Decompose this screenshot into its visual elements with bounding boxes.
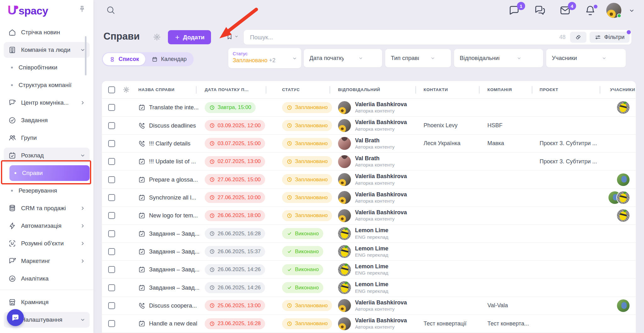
saved-filters-control[interactable] — [226, 33, 239, 40]
table-row[interactable]: Discuss coopera...25.06.2025, 13:00Запла… — [102, 297, 636, 315]
column-header[interactable]: УЧАСНИКИ — [610, 87, 635, 92]
row-checkbox[interactable] — [108, 212, 115, 219]
sidebar-item-smart-objects[interactable]: Розумні об'єкти — [4, 236, 90, 251]
activity-name-cell[interactable]: Завдання – Завд... — [123, 225, 196, 242]
pin-icon[interactable] — [78, 5, 86, 13]
sidebar-item-automation[interactable]: Автоматизація — [4, 218, 90, 234]
filter-dropdown-responsible[interactable]: Відповідальний — [454, 49, 543, 67]
bullet-icon — [11, 84, 13, 86]
row-checkbox[interactable] — [108, 176, 115, 183]
sidebar-item-communication-center[interactable]: Центр комуніка... — [4, 95, 90, 111]
status-cell: Заплановано — [266, 297, 330, 314]
row-checkbox[interactable] — [108, 104, 115, 111]
table-row[interactable]: Discuss deadlines03.09.2025, 12:00Заплан… — [102, 117, 636, 134]
filter-dropdown-event-start-date[interactable]: Дата початку події — [304, 49, 382, 67]
row-checkbox[interactable] — [108, 284, 115, 291]
status-filter-chip[interactable]: Статус Заплановано+2 — [228, 48, 301, 68]
activity-name-cell[interactable]: Translate the inte... — [123, 99, 196, 116]
row-checkbox[interactable] — [108, 266, 115, 273]
tab-calendar[interactable]: Календар — [145, 53, 193, 65]
sliders-icon — [595, 34, 601, 41]
activity-name-cell[interactable]: Prepare a glossa... — [123, 171, 196, 188]
table-row[interactable]: !!! Update list of ...02.07.2025, 13:00З… — [102, 153, 636, 171]
activity-name-cell[interactable]: Discuss deadlines — [123, 117, 196, 134]
sidebar-item-company-structure[interactable]: Структура компанії — [4, 77, 90, 93]
start-date-cell: 27.06.2025, 15:00 — [196, 171, 266, 188]
filter-dropdown-activity-type[interactable]: Тип справи — [385, 49, 451, 67]
sidebar-item-activities[interactable]: Справи — [9, 165, 90, 181]
table-row[interactable]: New logo for tem...26.06.2025, 18:00Запл… — [102, 207, 636, 225]
chevron-down-icon[interactable] — [628, 7, 635, 14]
sidebar-item-news-feed[interactable]: Стрічка новин — [4, 25, 90, 40]
filters-button[interactable]: Фільтри — [590, 32, 630, 43]
table-row[interactable]: Prepare a glossa...27.06.2025, 15:00Запл… — [102, 171, 636, 188]
sidebar-item-shop[interactable]: Крамниця — [4, 294, 90, 310]
table-row[interactable]: Handle a new deal23.06.2025, 16:28Заплан… — [102, 315, 636, 333]
table-row[interactable]: Завдання – Завд...26.06.2025, 14:26Викон… — [102, 261, 636, 279]
sidebar-item-analytics[interactable]: Аналітика — [4, 271, 90, 287]
row-checkbox[interactable] — [108, 320, 115, 327]
row-checkbox[interactable] — [108, 230, 115, 237]
row-checkbox[interactable] — [108, 194, 115, 201]
sidebar-item-schedule[interactable]: Розклад — [4, 148, 90, 163]
activity-name-cell[interactable]: !!! Update list of ... — [123, 153, 196, 170]
uspacy-logo[interactable]: U spacy — [8, 4, 48, 17]
sidebar-item-tasks[interactable]: Завдання — [4, 112, 90, 128]
responsible-role: Авторка контенту — [355, 180, 407, 186]
table-row[interactable]: Завдання – Завд...26.06.2025, 14:26Викон… — [102, 279, 636, 297]
activity-name-cell[interactable]: Discuss coopera... — [123, 297, 196, 314]
row-select-cell — [102, 279, 123, 296]
support-chat-fab[interactable] — [7, 309, 24, 326]
status-badge: Виконано — [282, 228, 323, 239]
column-header[interactable]: НАЗВА СПРАВИ — [138, 87, 175, 92]
table-row[interactable]: Translate the inte...Завтра, 15:00Заплан… — [102, 99, 636, 117]
responsible-cell: Valeriia BashkirovaАвторка контенту — [330, 207, 415, 224]
chevron-right-icon — [80, 223, 86, 229]
column-header[interactable]: ПРОЄКТ — [540, 87, 558, 92]
column-header[interactable]: ВІДПОВІДАЛЬНИЙ — [338, 87, 380, 92]
table-row[interactable]: Завдання – Завд...26.06.2025, 15:37Викон… — [102, 243, 636, 261]
row-checkbox[interactable] — [108, 158, 115, 165]
page-settings-gear-icon[interactable] — [153, 33, 161, 41]
sidebar-item-company-people[interactable]: Компанія та люди — [4, 42, 90, 58]
global-search-icon[interactable] — [106, 5, 116, 15]
columns-settings-gear-icon[interactable] — [123, 86, 130, 93]
activity-name-cell[interactable]: Завдання – Завд... — [123, 243, 196, 260]
sidebar-item-label: Розклад — [21, 152, 44, 159]
badge-label: 02.07.2025, 13:00 — [218, 158, 261, 165]
tab-list[interactable]: Список — [103, 53, 145, 65]
sidebar-item-reservations[interactable]: Резервування — [4, 183, 90, 199]
activity-name-cell[interactable]: Synchronize all l... — [123, 189, 196, 206]
chevron-down-icon — [292, 56, 297, 61]
column-header[interactable]: КОМПАНІЯ — [487, 87, 512, 92]
select-all-checkbox[interactable] — [108, 86, 115, 93]
row-checkbox[interactable] — [108, 140, 115, 147]
column-header[interactable]: ДАТА ПОЧАТКУ П... — [205, 87, 249, 92]
sidebar-item-marketing[interactable]: Маркетинг — [4, 253, 90, 269]
add-button[interactable]: Додати — [168, 30, 211, 44]
search-input[interactable] — [250, 34, 559, 41]
activity-name-cell[interactable]: Завдання – Завд... — [123, 279, 196, 296]
row-checkbox[interactable] — [108, 122, 115, 129]
row-checkbox[interactable] — [108, 302, 115, 309]
row-checkbox[interactable] — [108, 248, 115, 255]
table-row[interactable]: Завдання – Завд...26.06.2025, 16:28Викон… — [102, 225, 636, 243]
column-header[interactable]: СТАТУС — [282, 87, 300, 92]
messages-icon[interactable] — [534, 4, 546, 16]
sidebar-item-crm-sales[interactable]: CRM та продажі — [4, 200, 90, 216]
sidebar-item-groups[interactable]: Групи — [4, 130, 90, 146]
activity-name-cell[interactable]: Завдання – Завд... — [123, 261, 196, 278]
activity-name-cell[interactable]: New logo for tem... — [123, 207, 196, 224]
activity-name-cell[interactable]: Handle a new deal — [123, 315, 196, 332]
project-cell: Проєкт 3. Субтитри ... — [532, 135, 600, 152]
column-header[interactable]: КОНТАКТИ — [424, 87, 448, 92]
activity-name-cell[interactable]: !!! Clarify details — [123, 135, 196, 152]
sidebar-scrollbar[interactable] — [85, 36, 86, 75]
table-row[interactable]: !!! Clarify details03.07.2025, 15:00Запл… — [102, 135, 636, 153]
clear-search-button[interactable] — [570, 32, 586, 43]
filter-dropdown-participants[interactable]: Учасники — [546, 49, 626, 67]
avatar-valeriia — [338, 191, 351, 204]
status-badge: Заплановано — [282, 102, 332, 113]
table-row[interactable]: Synchronize all l...27.06.2025, 10:00Зап… — [102, 189, 636, 207]
sidebar-item-employees[interactable]: Співробітники — [4, 60, 90, 75]
